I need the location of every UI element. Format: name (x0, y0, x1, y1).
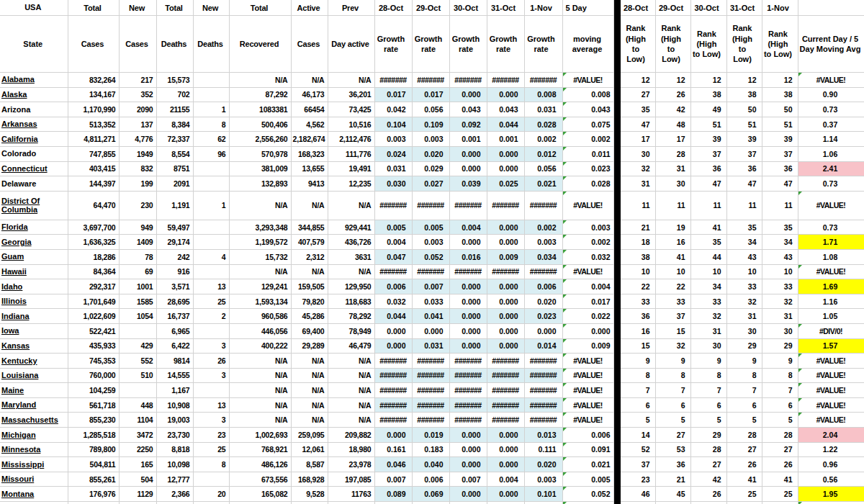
cell-total-cases[interactable]: 3,697,700 (68, 220, 119, 235)
cell-growth-30oct[interactable]: 0.001 (449, 132, 487, 147)
cell-growth-29oct[interactable]: 0.040 (412, 457, 449, 472)
cell-growth-29oct[interactable]: ####### (412, 383, 449, 398)
header-cell-current-ratio[interactable] (798, 0, 864, 16)
cell-recovered[interactable]: 2,556,260 (229, 132, 291, 147)
cell-total-deaths[interactable]: 15,573 (156, 73, 193, 88)
cell-rank-30oct[interactable]: 5 (690, 413, 726, 428)
cell-total-deaths[interactable]: 10,098 (156, 457, 193, 472)
cell-rank-1nov[interactable]: 33 (762, 279, 798, 294)
header-cell-new-cases[interactable]: New (119, 0, 156, 16)
cell-rank-29oct[interactable]: 37 (655, 309, 690, 324)
cell-moving-avg[interactable]: 0.021 (562, 457, 613, 472)
cell-growth-31oct[interactable]: 0.000 (487, 457, 524, 472)
cell-rank-1nov[interactable]: 41 (762, 472, 798, 487)
header-cell-growth-30oct[interactable]: Growth rate (449, 16, 487, 73)
cell-active-cases[interactable]: 168,928 (291, 472, 328, 487)
header-cell-state[interactable]: State (0, 16, 68, 73)
cell-growth-1nov[interactable]: 0.002 (524, 220, 562, 235)
cell-rank-28oct[interactable]: 46 (620, 487, 655, 502)
state-link[interactable]: Illinois (0, 294, 68, 309)
cell-current-ratio[interactable]: #VALUE! (798, 397, 864, 413)
cell-rank-30oct[interactable]: 49 (690, 102, 726, 117)
cell-rank-30oct[interactable]: 34 (690, 279, 726, 294)
cell-rank-31oct[interactable]: 32 (726, 294, 762, 309)
cell-growth-30oct[interactable]: 0.000 (449, 87, 487, 102)
cell-new-deaths[interactable]: 13 (193, 397, 229, 413)
cell-growth-30oct[interactable]: 0.000 (449, 457, 487, 472)
header-cell-rank-30oct[interactable]: 30-Oct (690, 0, 726, 16)
cell-current-ratio[interactable]: 1.95 (798, 487, 864, 502)
cell-growth-30oct[interactable]: ####### (449, 73, 487, 88)
cell-moving-avg[interactable]: #VALUE! (562, 73, 613, 88)
cell-growth-30oct[interactable]: 0.000 (449, 279, 487, 294)
cell-recovered[interactable]: 673,556 (229, 472, 291, 487)
cell-growth-28oct[interactable]: ####### (374, 354, 412, 369)
cell-growth-1nov[interactable]: ####### (524, 354, 562, 369)
cell-growth-31oct[interactable]: ####### (487, 397, 524, 413)
cell-growth-30oct[interactable]: ####### (449, 383, 487, 398)
header-cell-recovered[interactable]: Recovered (229, 16, 291, 73)
header-cell-rank-29oct[interactable]: Rank (High to Low) (655, 16, 690, 73)
cell-recovered[interactable]: N/A (229, 73, 291, 88)
cell-rank-1nov[interactable]: 50 (762, 102, 798, 117)
state-link[interactable]: Alaska (0, 87, 68, 102)
cell-new-cases[interactable]: 137 (119, 117, 156, 132)
cell-rank-28oct[interactable]: 27 (620, 87, 655, 102)
cell-rank-30oct[interactable]: 10 (690, 264, 726, 279)
cell-prev-day-active[interactable]: 46,479 (328, 338, 374, 354)
cell-rank-28oct[interactable]: 7 (620, 383, 655, 398)
cell-active-cases[interactable]: 46,173 (291, 87, 328, 102)
cell-new-deaths[interactable]: 20 (193, 487, 229, 502)
cell-rank-31oct[interactable]: 31 (726, 309, 762, 324)
cell-rank-1nov[interactable]: 7 (762, 383, 798, 398)
cell-growth-1nov[interactable]: 0.012 (524, 146, 562, 161)
cell-rank-29oct[interactable]: 21 (655, 472, 690, 487)
cell-recovered[interactable]: N/A (229, 413, 291, 428)
cell-rank-29oct[interactable]: 10 (655, 264, 690, 279)
header-cell-recovered[interactable]: Total (229, 0, 291, 16)
cell-active-cases[interactable]: N/A (291, 368, 328, 383)
cell-rank-31oct[interactable]: 8 (726, 368, 762, 383)
cell-growth-29oct[interactable]: 0.183 (412, 442, 449, 457)
cell-rank-31oct[interactable]: 5 (726, 413, 762, 428)
cell-active-cases[interactable]: N/A (291, 397, 328, 413)
cell-rank-1nov[interactable]: 37 (762, 146, 798, 161)
cell-total-cases[interactable]: 1,636,325 (68, 235, 119, 250)
cell-rank-31oct[interactable]: 4 (726, 502, 762, 504)
cell-total-cases[interactable]: 747,855 (68, 146, 119, 161)
cell-growth-31oct[interactable]: 0.000 (487, 309, 524, 324)
cell-prev-day-active[interactable]: 10,516 (328, 117, 374, 132)
cell-rank-29oct[interactable]: 17 (655, 132, 690, 147)
cell-current-ratio[interactable]: 0.37 (798, 117, 864, 132)
cell-growth-29oct[interactable]: 0.000 (412, 323, 449, 338)
cell-rank-28oct[interactable]: 52 (620, 442, 655, 457)
cell-new-deaths[interactable] (193, 502, 229, 504)
cell-moving-avg[interactable]: #VALUE! (562, 383, 613, 398)
cell-total-cases[interactable]: 832,264 (68, 73, 119, 88)
cell-growth-31oct[interactable]: 0.043 (487, 102, 524, 117)
cell-new-cases[interactable]: 448 (119, 397, 156, 413)
state-link[interactable]: Montana (0, 487, 68, 502)
cell-total-cases[interactable]: 18,286 (68, 249, 119, 264)
cell-rank-31oct[interactable]: 33 (726, 279, 762, 294)
header-cell-rank-1nov[interactable]: Rank (High to Low) (762, 16, 798, 73)
cell-current-ratio[interactable]: 1.69 (798, 279, 864, 294)
cell-recovered[interactable]: 3,293,348 (229, 220, 291, 235)
header-cell-growth-1nov[interactable]: Growth rate (524, 16, 562, 73)
cell-growth-1nov[interactable]: 0.021 (524, 176, 562, 192)
cell-recovered[interactable]: N/A (229, 191, 291, 220)
cell-new-cases[interactable]: 1409 (119, 235, 156, 250)
cell-rank-30oct[interactable]: 41 (690, 220, 726, 235)
cell-moving-avg[interactable]: 0.017 (562, 294, 613, 309)
cell-growth-31oct[interactable]: 0.009 (487, 249, 524, 264)
cell-recovered[interactable]: 165,082 (229, 487, 291, 502)
cell-rank-1nov[interactable]: 47 (762, 176, 798, 192)
cell-total-cases[interactable]: 403,415 (68, 161, 119, 176)
cell-rank-29oct[interactable]: 22 (655, 279, 690, 294)
cell-rank-30oct[interactable]: 35 (690, 235, 726, 250)
cell-rank-30oct[interactable]: 6 (690, 397, 726, 413)
cell-rank-29oct[interactable]: 9 (655, 354, 690, 369)
cell-growth-1nov[interactable]: ####### (524, 413, 562, 428)
cell-current-ratio[interactable]: 1.57 (798, 338, 864, 354)
header-cell-growth-30oct[interactable]: 30-Oct (449, 0, 487, 16)
